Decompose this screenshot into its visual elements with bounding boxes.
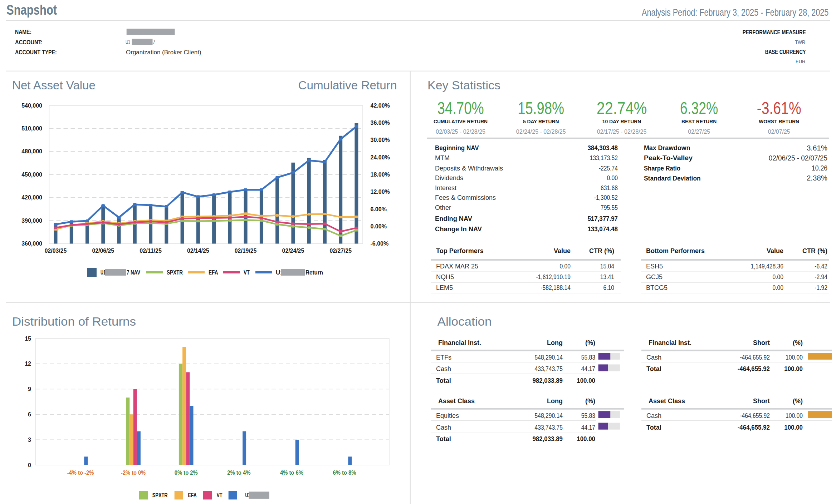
svg-text:GCJ5: GCJ5 [646,273,663,281]
svg-text:631.68: 631.68 [601,184,618,192]
svg-text:SPXTR: SPXTR [167,269,183,276]
svg-text:24.00%: 24.00% [371,154,390,160]
svg-text:384,303.48: 384,303.48 [587,144,618,152]
svg-text:100.00: 100.00 [784,424,803,431]
svg-text:-464,655.92: -464,655.92 [740,354,770,361]
svg-text:6: 6 [28,411,31,417]
svg-text:6.00%: 6.00% [371,206,387,212]
svg-text:MTM: MTM [435,154,450,162]
svg-text:U1: U1 [126,39,130,45]
svg-text:548,290.14: 548,290.14 [535,354,563,361]
svg-text:Standard Deviation: Standard Deviation [644,174,701,182]
svg-text:Change In NAV: Change In NAV [435,226,482,233]
svg-text:6% to 8%: 6% to 8% [333,469,356,476]
svg-text:360,000: 360,000 [21,241,42,247]
svg-text:ESH5: ESH5 [646,263,663,270]
svg-text:-6.42: -6.42 [815,263,827,270]
svg-text:NAME:: NAME: [15,29,31,35]
svg-text:ETFs: ETFs [436,354,451,361]
svg-text:22.74%: 22.74% [597,99,647,118]
svg-text:(%): (%) [793,397,803,405]
svg-text:Max Drawdown: Max Drawdown [644,144,690,152]
svg-text:55.83: 55.83 [581,354,595,361]
svg-text:-3.61%: -3.61% [757,99,801,118]
svg-text:548,290.14: 548,290.14 [535,412,563,419]
svg-text:7 NAV: 7 NAV [127,269,141,276]
svg-text:30.00%: 30.00% [371,137,390,143]
svg-text:PERFORMANCE MEASURE: PERFORMANCE MEASURE [743,29,806,36]
svg-text:Total: Total [436,377,451,384]
svg-text:BTCG5: BTCG5 [646,284,668,291]
svg-text:-464,655.92: -464,655.92 [738,365,770,372]
svg-text:02/27/25: 02/27/25 [688,128,710,135]
svg-text:LEM5: LEM5 [436,284,453,291]
svg-text:FDAX MAR 25: FDAX MAR 25 [436,263,478,270]
svg-text:02/03/25 - 02/28/25: 02/03/25 - 02/28/25 [436,128,485,135]
svg-text:44.17: 44.17 [581,365,595,372]
svg-text:Cash: Cash [646,412,661,419]
svg-text:NQH5: NQH5 [436,273,454,281]
svg-text:Asset Class: Asset Class [438,397,475,405]
svg-text:Other: Other [435,204,451,211]
svg-text:Long: Long [547,339,563,346]
svg-text:VT: VT [216,492,223,499]
svg-text:0: 0 [28,462,31,468]
svg-text:1,149,428.36: 1,149,428.36 [751,263,783,270]
svg-text:36.00%: 36.00% [371,120,390,126]
svg-text:10.26: 10.26 [812,164,827,172]
svg-text:3: 3 [28,437,31,443]
svg-text:Distribution of Returns: Distribution of Returns [12,315,136,328]
svg-text:02/11/25: 02/11/25 [140,247,162,254]
svg-text:Short: Short [753,397,770,405]
svg-text:Total: Total [646,365,661,372]
svg-text:-2.94: -2.94 [815,273,827,281]
svg-text:Equities: Equities [436,412,459,419]
svg-text:12: 12 [25,361,31,367]
svg-text:Dividends: Dividends [435,174,463,182]
svg-text:390,000: 390,000 [21,218,42,224]
svg-text:44.17: 44.17 [581,424,595,431]
svg-text:Total: Total [646,424,661,431]
svg-text:Deposits & Withdrawals: Deposits & Withdrawals [435,165,503,172]
svg-text:EFA: EFA [188,492,197,499]
svg-text:433,743.75: 433,743.75 [535,365,563,372]
svg-text:-4% to -2%: -4% to -2% [67,469,94,476]
svg-text:-225.74: -225.74 [599,165,618,172]
svg-text:Organization (Broker Client): Organization (Broker Client) [126,49,201,56]
svg-text:18.00%: 18.00% [371,172,390,178]
svg-text:Financial Inst.: Financial Inst. [649,339,691,346]
svg-text:795.55: 795.55 [601,204,618,211]
svg-text:-582,188.14: -582,188.14 [541,284,571,291]
svg-text:480,000: 480,000 [21,148,42,154]
svg-text:Allocation: Allocation [437,315,492,328]
svg-text:Total: Total [436,435,451,443]
svg-text:100.00: 100.00 [784,365,803,372]
svg-text:-1,300.52: -1,300.52 [594,194,618,201]
svg-text:02/14/25: 02/14/25 [187,247,209,254]
svg-text:Net Asset Value: Net Asset Value [12,79,96,92]
svg-text:55.83: 55.83 [581,412,595,419]
svg-text:5 DAY RETURN: 5 DAY RETURN [523,119,559,124]
svg-text:CTR (%): CTR (%) [589,247,614,255]
svg-text:982,033.89: 982,033.89 [532,377,563,384]
svg-text:SPXTR: SPXTR [152,492,168,499]
svg-text:-1.92: -1.92 [815,284,827,291]
svg-text:2% to 4%: 2% to 4% [227,469,250,476]
svg-text:982,033.89: 982,033.89 [532,435,563,443]
svg-text:Value: Value [554,247,571,255]
svg-text:13.41: 13.41 [600,273,614,281]
svg-text:Return: Return [305,269,323,276]
svg-text:Peak-To-Valley: Peak-To-Valley [644,154,693,162]
svg-text:100.00: 100.00 [786,412,803,419]
svg-text:6.32%: 6.32% [680,99,718,118]
svg-text:Ending NAV: Ending NAV [435,215,472,222]
svg-text:02/06/25: 02/06/25 [92,247,114,254]
svg-text:133,173.52: 133,173.52 [590,154,618,162]
svg-text:WORST RETURN: WORST RETURN [759,119,799,124]
svg-text:6.10: 6.10 [603,284,615,291]
svg-text:U1: U1 [101,269,106,276]
svg-text:(%): (%) [585,339,595,346]
svg-text:0.00: 0.00 [560,263,571,270]
svg-text:VT: VT [244,269,250,276]
svg-text:3.61%: 3.61% [807,144,827,152]
